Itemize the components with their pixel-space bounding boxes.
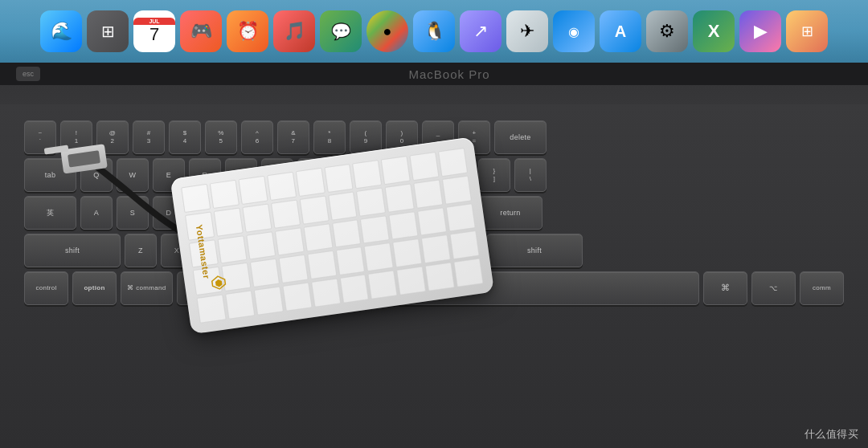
grid-cell bbox=[197, 295, 227, 324]
ssd-logo bbox=[210, 274, 228, 295]
dock-icon-grid[interactable]: ⊞ bbox=[786, 10, 828, 52]
key-option-right[interactable]: ⌥ bbox=[751, 271, 796, 305]
grid-cell bbox=[352, 160, 382, 189]
grid-cell bbox=[282, 283, 312, 312]
key-command-right[interactable]: ⌘ bbox=[703, 271, 747, 305]
grid-cell bbox=[438, 148, 468, 177]
grid-cell bbox=[332, 219, 362, 248]
dock-bar: 🌊 ⊞ JUL 7 🎮 ⏰ 🎵 💬 ● 🐧 bbox=[0, 0, 868, 63]
grid-cell bbox=[246, 231, 276, 260]
grid-cell bbox=[328, 191, 358, 220]
grid-cell bbox=[417, 207, 447, 236]
dock-icon-airplane[interactable]: ✈ bbox=[506, 10, 548, 52]
grid-cell bbox=[339, 275, 369, 303]
dock-icon-wechat[interactable]: 💬 bbox=[320, 10, 362, 52]
watermark: 什么值得买 bbox=[805, 427, 859, 442]
grid-cell bbox=[393, 238, 423, 267]
dock-icon-excel[interactable]: X bbox=[693, 10, 735, 52]
grid-cell bbox=[238, 176, 268, 205]
main-scene: 🌊 ⊞ JUL 7 🎮 ⏰ 🎵 💬 ● 🐧 bbox=[0, 0, 868, 448]
grid-cell bbox=[254, 287, 284, 316]
grid-cell bbox=[450, 230, 480, 259]
grid-cell bbox=[335, 246, 365, 275]
dock-icon-chrome[interactable]: ● bbox=[366, 10, 408, 52]
grid-cell bbox=[442, 175, 472, 204]
dock-icon-launchpad[interactable]: ⊞ bbox=[87, 10, 129, 52]
grid-cell bbox=[267, 172, 297, 201]
grid-cell bbox=[299, 195, 329, 224]
grid-cell bbox=[356, 187, 386, 216]
grid-cell bbox=[295, 168, 325, 197]
grid-cell bbox=[360, 215, 390, 244]
grid-cell bbox=[324, 164, 354, 193]
grid-cell bbox=[421, 234, 451, 263]
grid-cell bbox=[274, 227, 304, 256]
grid-cell bbox=[303, 223, 333, 252]
grid-cell bbox=[225, 291, 255, 320]
grid-cell bbox=[389, 211, 419, 240]
dock-icon-tv[interactable]: ▶ bbox=[739, 10, 781, 52]
grid-cell bbox=[307, 250, 337, 279]
touch-bar-esc[interactable]: esc bbox=[16, 67, 40, 81]
grid-cell bbox=[446, 203, 476, 232]
dock-icon-finder[interactable]: 🌊 bbox=[40, 10, 82, 52]
grid-cell bbox=[242, 203, 272, 232]
macbook-label: MacBook Pro bbox=[408, 67, 489, 81]
key-control[interactable]: control bbox=[24, 271, 68, 305]
dock-icon-calendar[interactable]: JUL 7 bbox=[133, 10, 175, 52]
grid-cell bbox=[410, 152, 440, 181]
grid-cell bbox=[368, 271, 398, 299]
dock-icon-settings[interactable]: ⚙ bbox=[646, 10, 688, 52]
dock-icon-appstore[interactable]: A bbox=[600, 10, 641, 52]
dock-icon-music[interactable]: 🎵 bbox=[273, 10, 315, 52]
dock-icon-clock[interactable]: ⏰ bbox=[227, 10, 268, 52]
grid-cell bbox=[250, 259, 280, 287]
grid-cell bbox=[181, 184, 211, 213]
grid-cell bbox=[364, 242, 394, 271]
grid-cell bbox=[396, 267, 426, 295]
svg-marker-4 bbox=[215, 279, 223, 288]
grid-cell bbox=[311, 279, 341, 307]
ssd-grid: // Generate grid cells via JS after page… bbox=[181, 148, 483, 324]
grid-cell bbox=[425, 263, 455, 291]
dock-icon-circle[interactable]: ◉ bbox=[553, 10, 595, 52]
grid-cell bbox=[278, 255, 308, 283]
touch-bar: esc MacBook Pro bbox=[0, 63, 868, 85]
grid-cell bbox=[214, 207, 244, 236]
grid-cell bbox=[453, 259, 483, 287]
key-option[interactable]: option bbox=[72, 271, 117, 305]
dock-icon-game[interactable]: 🎮 bbox=[180, 10, 222, 52]
grid-cell bbox=[413, 179, 443, 208]
grid-cell bbox=[210, 180, 240, 209]
grid-cell bbox=[381, 156, 411, 185]
dock-icon-app1[interactable]: ↗ bbox=[460, 10, 502, 52]
dock-icon-qq[interactable]: 🐧 bbox=[413, 10, 455, 52]
grid-cell bbox=[385, 183, 415, 212]
grid-cell bbox=[271, 199, 301, 228]
key-comm-right[interactable]: comm bbox=[800, 271, 844, 305]
grid-cell bbox=[217, 235, 247, 264]
